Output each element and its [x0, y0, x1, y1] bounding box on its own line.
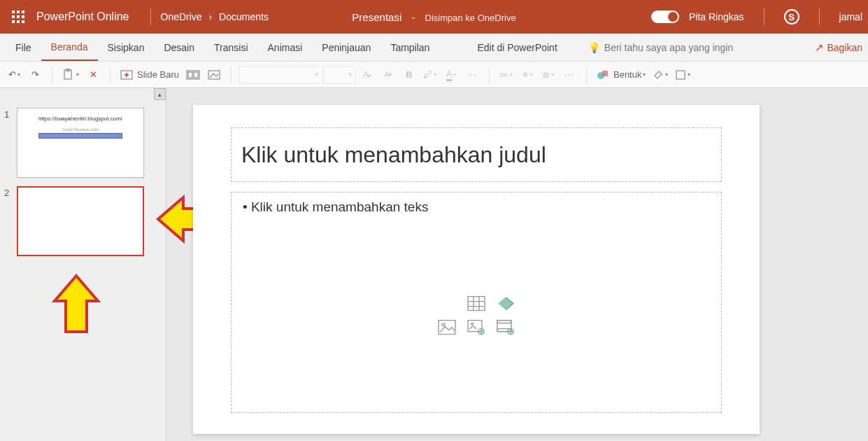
thumbnail-row-1[interactable]: 1 https://buayaberdiri.blogspot.com/ Con… — [0, 104, 166, 182]
divider — [819, 8, 820, 25]
save-status: Disimpan ke OneDrive — [425, 13, 516, 23]
slide-canvas[interactable]: Klik untuk menambahkan judul Klik untuk … — [193, 105, 760, 434]
font-color-button[interactable]: A▾ — [441, 65, 461, 85]
slides-group: Slide Baru — [118, 65, 224, 85]
app-name[interactable]: PowerPoint Online — [36, 10, 129, 23]
clipboard-group: ▾ ✕ — [59, 65, 103, 85]
numbering-button[interactable]: ≡▾ — [518, 65, 537, 85]
paste-button[interactable]: ▾ — [59, 65, 82, 85]
tab-design[interactable]: Desain — [154, 34, 204, 61]
thumbnail-row-2[interactable]: 2 — [0, 182, 166, 260]
tab-insert[interactable]: Sisipkan — [98, 34, 155, 61]
title-placeholder[interactable]: Klik untuk menambahkan judul — [231, 127, 722, 182]
title-placeholder-text: Klik untuk menambahkan judul — [241, 142, 546, 168]
font-size-select[interactable]: ▾ — [324, 66, 356, 83]
svg-rect-17 — [439, 321, 455, 335]
shapes-button[interactable]: Bentuk ▾ — [594, 65, 648, 85]
new-slide-button[interactable]: Slide Baru — [118, 65, 182, 85]
new-slide-label: Slide Baru — [137, 69, 179, 80]
shape-outline-button[interactable]: ▾ — [672, 65, 693, 85]
tell-me-placeholder: Beri tahu saya apa yang ingin — [604, 42, 733, 53]
share-label: Bagikan — [827, 42, 862, 53]
svg-point-20 — [471, 323, 474, 325]
thumb1-title: https://buayaberdiri.blogspot.com/ — [38, 115, 122, 122]
toggle-knob — [668, 12, 678, 22]
user-name[interactable]: jamal — [839, 11, 862, 22]
workspace: ▴ 1 https://buayaberdiri.blogspot.com/ C… — [0, 88, 868, 441]
svg-point-18 — [442, 323, 445, 326]
tell-me-search[interactable]: 💡 Beri tahu saya apa yang ingin — [588, 34, 733, 61]
slide-thumbnail-2[interactable] — [17, 186, 144, 256]
tab-transitions[interactable]: Transisi — [204, 34, 258, 61]
undo-button[interactable]: ↶▾ — [4, 65, 24, 85]
slide-number: 1 — [4, 108, 17, 120]
lightbulb-icon: 💡 — [588, 42, 600, 53]
insert-picture-icon[interactable] — [436, 319, 457, 336]
tab-view[interactable]: Tampilan — [380, 34, 439, 61]
ribbon-toolbar: ↶▾ ↷ ▾ ✕ Slide Baru ▾ ▾ A▴ A▾ B 🖊▾ A▾ ⋯ — [0, 62, 868, 88]
insert-video-icon[interactable] — [495, 319, 516, 336]
svg-rect-7 — [194, 72, 198, 78]
redo-button[interactable]: ↷ — [25, 65, 45, 85]
breadcrumb-folder[interactable]: Documents — [219, 11, 269, 22]
body-placeholder[interactable]: Klik untuk menambahkan teks — [231, 192, 722, 413]
svg-rect-12 — [468, 297, 485, 311]
shape-fill-button[interactable]: ▾ — [650, 65, 671, 85]
cut-button[interactable]: ✕ — [83, 65, 103, 85]
font-more-button[interactable]: ⋯ — [462, 65, 482, 85]
scroll-up-button[interactable]: ▴ — [154, 88, 166, 100]
highlight-button[interactable]: 🖊▾ — [420, 65, 440, 85]
bold-button[interactable]: B — [399, 65, 419, 85]
layout-button[interactable] — [183, 65, 203, 85]
slide-number: 2 — [4, 186, 17, 198]
ribbon-tabs: File Beranda Sisipkan Desain Transisi An… — [0, 34, 868, 62]
chevron-right-icon: › — [209, 11, 213, 22]
insert-smartart-icon[interactable] — [495, 295, 516, 312]
content-placeholder-icons — [435, 294, 518, 337]
document-name: Presentasi — [352, 11, 401, 23]
waffle-icon — [12, 10, 24, 23]
slide-thumbnail-1[interactable]: https://buayaberdiri.blogspot.com/ Conto… — [17, 108, 144, 178]
title-bar: PowerPoint Online OneDrive › Documents P… — [0, 0, 868, 34]
decrease-font-button[interactable]: A▾ — [378, 65, 398, 85]
svg-rect-11 — [676, 71, 685, 79]
annotation-arrow-up-icon — [50, 273, 102, 335]
svg-rect-25 — [497, 321, 511, 323]
breadcrumb-root[interactable]: OneDrive — [161, 11, 202, 22]
bullets-button[interactable]: ≔▾ — [497, 65, 516, 85]
simplified-ribbon-label: Pita Ringkas — [689, 11, 744, 22]
align-button[interactable]: ≣▾ — [539, 65, 558, 85]
shapes-label: Bentuk — [613, 69, 641, 80]
insert-table-icon[interactable] — [466, 295, 487, 312]
body-placeholder-text: Klik untuk menambahkan teks — [243, 200, 710, 215]
increase-font-button[interactable]: A▴ — [357, 65, 377, 85]
svg-rect-24 — [497, 321, 511, 332]
svg-rect-19 — [468, 321, 482, 332]
undo-redo-group: ↶▾ ↷ — [4, 65, 45, 85]
skype-icon[interactable]: S — [784, 9, 799, 24]
section-button[interactable] — [204, 65, 224, 85]
font-group: ▾ ▾ A▴ A▾ B 🖊▾ A▾ ⋯ — [239, 65, 482, 85]
paragraph-more-button[interactable]: ⋯ — [560, 65, 579, 85]
edit-in-desktop[interactable]: Edit di PowerPoint — [467, 34, 567, 61]
slide-editor[interactable]: Klik untuk menambahkan judul Klik untuk … — [166, 88, 868, 441]
thumbnail-pane[interactable]: ▴ 1 https://buayaberdiri.blogspot.com/ C… — [0, 88, 166, 441]
tab-animations[interactable]: Animasi — [258, 34, 313, 61]
paragraph-group: ≔▾ ≡▾ ≣▾ ⋯ — [497, 65, 579, 85]
thumb1-bar — [38, 133, 122, 139]
divider — [764, 8, 764, 25]
insert-online-picture-icon[interactable] — [466, 319, 487, 336]
tab-file[interactable]: File — [6, 34, 41, 61]
svg-rect-10 — [602, 71, 608, 76]
app-launcher-icon[interactable] — [6, 4, 31, 29]
tab-review[interactable]: Peninjauan — [312, 34, 380, 61]
tab-home[interactable]: Beranda — [41, 34, 98, 61]
breadcrumb[interactable]: OneDrive › Documents — [161, 11, 269, 22]
font-family-select[interactable]: ▾ — [239, 66, 322, 83]
svg-rect-6 — [188, 72, 192, 78]
share-button[interactable]: ↗ Bagikan — [815, 34, 862, 61]
divider — [150, 8, 151, 25]
drawing-group: Bentuk ▾ ▾ ▾ — [594, 65, 693, 85]
thumb1-subtitle: Contoh Penulisan Judul — [62, 127, 99, 132]
simplified-ribbon-toggle[interactable] — [651, 10, 679, 23]
